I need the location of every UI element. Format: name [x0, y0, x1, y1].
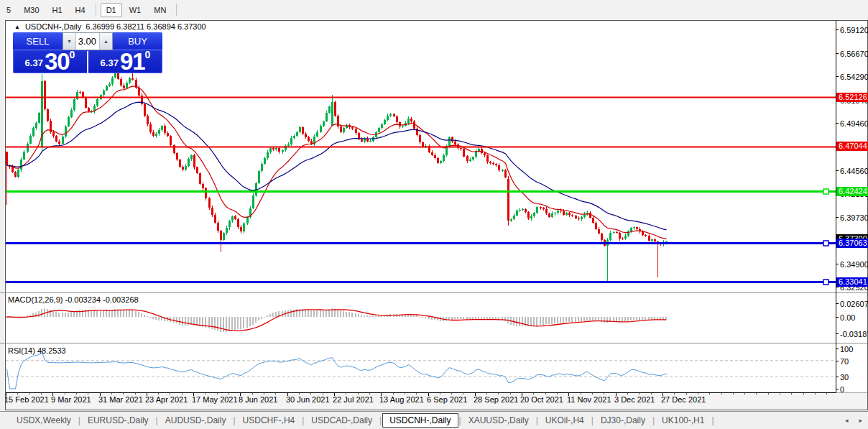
pane-separators — [0, 20, 867, 393]
rsi-line — [7, 353, 667, 389]
sell-price-small: 6.37 — [25, 57, 43, 68]
timeframe-button-mn[interactable]: MN — [148, 3, 172, 17]
tab-separator: | — [711, 415, 714, 425]
volume-increase-button[interactable]: ▲ — [99, 33, 112, 50]
chart-tab[interactable]: USDCHF-,H4 — [236, 414, 302, 427]
tab-separator: | — [459, 415, 461, 425]
tab-separator: | — [536, 415, 538, 425]
chart-tab[interactable]: DJ30-,Daily — [594, 414, 652, 427]
timeframe-button-5[interactable]: 5 — [1, 3, 17, 17]
sell-price-big: 30 — [45, 52, 70, 71]
tab-scroll-arrows: ◂ ▸ — [845, 412, 862, 429]
volume-decrease-button[interactable]: ▼ — [63, 33, 76, 50]
volume-input[interactable]: 3.00 — [76, 33, 99, 50]
tab-separator: | — [652, 415, 655, 425]
tab-separator: | — [78, 415, 80, 425]
one-click-trade-panel: SELL ▼ 3.00 ▲ BUY 6.37 30 0 6.37 91 — [13, 32, 162, 73]
tab-separator: | — [233, 415, 235, 425]
toolbar-separator — [96, 4, 96, 16]
chart-tab[interactable]: AUDUSD-,Daily — [159, 414, 233, 427]
toolbar-separator — [176, 4, 177, 16]
timeframe-toolbar: 5M30H1H4D1W1MN — [0, 0, 868, 19]
tab-separator: | — [156, 415, 158, 425]
tab-scroll-left-icon[interactable]: ◂ — [845, 417, 849, 424]
date-ticks — [6, 393, 827, 396]
chart-tab[interactable]: USDCAD-,Daily — [305, 414, 379, 427]
chart-tab-bar: USDX,Weekly|EURUSD-,Daily|AUDUSD-,Daily|… — [0, 411, 868, 429]
tab-separator: | — [379, 415, 382, 425]
tab-separator: | — [302, 415, 304, 425]
timeframe-button-h4[interactable]: H4 — [70, 3, 91, 17]
chart-tab[interactable]: USDX,Weekly — [10, 414, 78, 427]
macd-signal-line — [6, 310, 666, 331]
tab-scroll-right-icon[interactable]: ▸ — [859, 417, 862, 424]
line-handle[interactable] — [823, 241, 828, 246]
chart-tab[interactable]: UK100-,H1 — [655, 414, 711, 427]
timeframe-button-d1[interactable]: D1 — [101, 3, 122, 17]
line-handle[interactable] — [823, 280, 828, 285]
chart-tab[interactable]: UKOil-,H4 — [539, 414, 591, 427]
buy-price-small: 6.37 — [101, 57, 119, 68]
volume-spinner: ▼ 3.00 ▲ — [63, 32, 113, 50]
chevron-up-icon: ▲ — [103, 39, 108, 44]
sell-price-sup: 0 — [70, 49, 75, 60]
chart-tab[interactable]: USDCNH-,Daily — [382, 413, 458, 428]
axis-ticks — [836, 30, 839, 389]
timeframe-button-w1[interactable]: W1 — [124, 3, 147, 17]
macd-histogram — [6, 308, 667, 332]
sell-price-display[interactable]: 6.37 30 0 — [13, 50, 87, 73]
chart-tab[interactable]: XAUUSD-,Daily — [462, 414, 535, 427]
line-handle[interactable] — [823, 189, 828, 194]
tab-separator: | — [591, 415, 594, 425]
chevron-down-icon: ▼ — [67, 39, 72, 44]
timeframe-button-m30[interactable]: M30 — [18, 3, 45, 17]
chart-tab[interactable]: EURUSD-,Daily — [81, 414, 155, 427]
buy-price-sup: 0 — [145, 49, 151, 60]
buy-price-big: 91 — [120, 52, 145, 71]
buy-price-display[interactable]: 6.37 91 0 — [88, 50, 162, 73]
candlesticks — [6, 69, 668, 283]
ma-fast-line — [7, 86, 667, 239]
timeframe-button-h1[interactable]: H1 — [47, 3, 68, 17]
